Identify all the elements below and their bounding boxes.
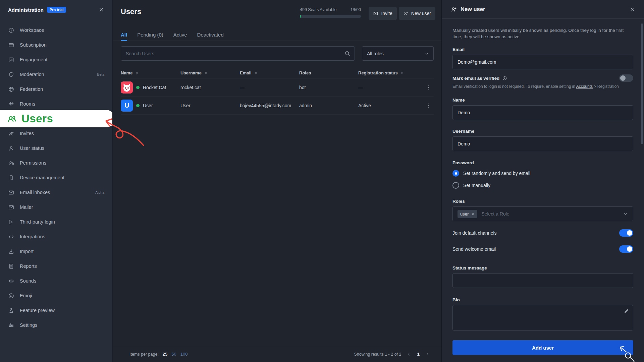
page-number[interactable]: 1 (417, 352, 420, 357)
email-inboxes-icon (8, 189, 14, 196)
status-message-field[interactable] (452, 273, 633, 288)
integrations-icon (8, 234, 14, 240)
sidebar-item-device-management[interactable]: Device management (0, 170, 112, 185)
table-footer: Items per page: 2550100 Showing results … (113, 346, 441, 362)
search-icon[interactable] (344, 50, 351, 57)
status-message-label: Status message (452, 265, 633, 270)
sidebar-item-import[interactable]: Import (0, 244, 112, 259)
subscription-icon (8, 42, 14, 48)
mark-verified-label: Mark email as verified (452, 76, 499, 81)
tab-all[interactable]: All (121, 28, 127, 41)
radio-selected[interactable] (452, 170, 459, 177)
admin-sidebar: Administration Pro trial WorkspaceSubscr… (0, 0, 112, 362)
password-option-set-randomly-and-send-by-email[interactable]: Set randomly and send by email (452, 169, 633, 177)
sidebar-item-mailer[interactable]: Mailer (0, 200, 112, 215)
tab-deactivated[interactable]: Deactivated (197, 28, 224, 41)
roles-filter-select[interactable]: All roles (362, 46, 434, 61)
sidebar-item-federation[interactable]: Federation (0, 82, 112, 97)
tab-pending-0[interactable]: Pending (0) (137, 28, 163, 41)
chevron-right-icon[interactable] (425, 352, 430, 357)
sidebar-item-subscription[interactable]: Subscription (0, 38, 112, 52)
email-label: Email (452, 47, 633, 52)
column-header-registration-status[interactable]: Registration status (358, 70, 418, 75)
seats-meter: 499 Seats Available 1/500 (300, 7, 361, 18)
column-header-email[interactable]: Email (240, 70, 299, 75)
remove-chip-icon[interactable] (471, 212, 475, 216)
user-roles: admin (299, 103, 358, 108)
email-field[interactable] (452, 55, 633, 69)
kebab-menu-icon[interactable] (426, 84, 432, 90)
sidebar-item-users[interactable]: Users (0, 111, 112, 126)
plan-badge: Pro trial (47, 7, 66, 13)
radio-unselected[interactable] (452, 182, 459, 189)
sidebar-item-label: Integrations (20, 234, 45, 239)
join-default-channels-toggle[interactable] (619, 229, 633, 237)
user-row-rocket-cat[interactable]: Rocket.Catrocket.cat—bot— (121, 78, 434, 97)
invite-button-label: Invite (381, 11, 392, 16)
search-input[interactable] (121, 46, 355, 61)
sidebar-item-integrations[interactable]: Integrations (0, 229, 112, 244)
sidebar-item-user-status[interactable]: User status (0, 141, 112, 156)
send-welcome-email-toggle[interactable] (619, 245, 633, 253)
chevron-left-icon[interactable] (407, 352, 412, 357)
third-party-login-icon (8, 219, 14, 225)
items-per-page-option-25[interactable]: 25 (163, 352, 167, 357)
name-field[interactable] (452, 105, 633, 120)
accounts-link[interactable]: Accounts (576, 84, 593, 89)
helper-prefix: Email verification to login is not requi… (452, 84, 576, 89)
bio-field[interactable] (452, 305, 633, 330)
new-user-button-label: New user (411, 11, 431, 16)
sidebar-item-label: Workspace (20, 27, 44, 33)
column-header-username[interactable]: Username (180, 70, 240, 75)
reports-icon (8, 263, 14, 269)
sidebar-item-label: Device management (20, 175, 64, 180)
pencil-icon[interactable] (624, 308, 629, 314)
mark-verified-row: Mark email as verified (452, 74, 633, 82)
feature-preview-icon (8, 307, 14, 314)
sidebar-item-badge: Beta (97, 72, 104, 76)
roles-multiselect[interactable]: user Select a Role (452, 206, 633, 221)
user-status-icon (8, 145, 14, 152)
role-chip-user[interactable]: user (458, 210, 477, 218)
sidebar-item-sounds[interactable]: Sounds (0, 274, 112, 288)
sidebar-item-moderation[interactable]: ModerationBeta (0, 67, 112, 82)
items-per-page-option-100[interactable]: 100 (180, 352, 188, 357)
sidebar-item-permissions[interactable]: Permissions (0, 156, 112, 170)
user-row-user[interactable]: UUserUserbojev44555@intady.comadminActiv… (121, 97, 434, 115)
user-name: Rocket.Cat (143, 85, 166, 90)
sidebar-item-workspace[interactable]: Workspace (0, 23, 112, 38)
column-header-name[interactable]: Name (121, 70, 180, 75)
close-admin-icon[interactable] (98, 7, 104, 13)
sidebar-item-email-inboxes[interactable]: Email inboxesAlpha (0, 185, 112, 200)
close-panel-icon[interactable] (629, 6, 635, 12)
panel-scrollbar[interactable] (641, 23, 643, 144)
sidebar-item-feature-preview[interactable]: Feature preview (0, 303, 112, 318)
password-option-set-manually[interactable]: Set manually (452, 181, 633, 189)
tab-active[interactable]: Active (173, 28, 187, 41)
mark-verified-toggle[interactable] (619, 74, 633, 82)
roles-placeholder: Select a Role (481, 211, 509, 217)
items-per-page-option-50[interactable]: 50 (171, 352, 176, 357)
new-user-button[interactable]: New user (399, 7, 435, 20)
sidebar-item-engagement[interactable]: Engagement (0, 52, 112, 67)
send-welcome-email-label: Send welcome email (452, 246, 496, 252)
chevron-down-icon[interactable] (623, 211, 628, 217)
sidebar-item-settings[interactable]: Settings (0, 318, 112, 333)
sidebar-item-third-party-login[interactable]: Third-party login (0, 215, 112, 229)
panel-title: New user (461, 6, 485, 12)
sidebar-item-rooms[interactable]: Rooms (0, 97, 112, 111)
sounds-icon (8, 278, 14, 284)
bio-label: Bio (452, 297, 633, 302)
sidebar-item-reports[interactable]: Reports (0, 259, 112, 274)
user-plus-icon (403, 11, 409, 16)
kebab-menu-icon[interactable] (426, 103, 432, 109)
sidebar-item-emoji[interactable]: Emoji (0, 288, 112, 303)
invite-button[interactable]: Invite (369, 7, 396, 20)
user-roles: bot (299, 85, 358, 90)
verification-helper-text: Email verification to login is not requi… (452, 84, 633, 89)
sidebar-item-invites[interactable]: Invites (0, 126, 112, 141)
add-user-button[interactable]: Add user (452, 340, 633, 355)
username-field[interactable] (452, 136, 633, 151)
sidebar-item-label: Sounds (20, 278, 36, 284)
sidebar-item-label: Invites (20, 131, 34, 136)
